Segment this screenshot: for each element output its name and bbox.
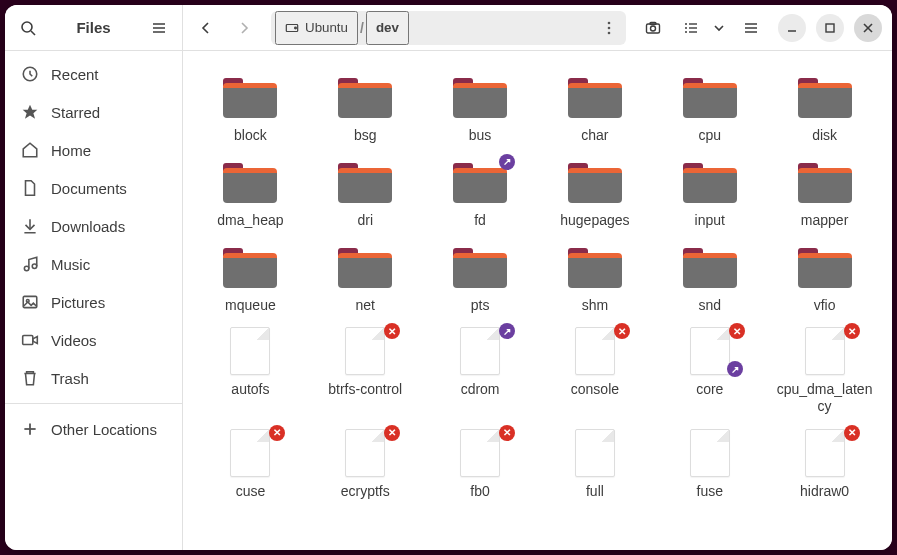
svg-rect-14 bbox=[689, 23, 697, 24]
folder-item[interactable]: dri bbox=[310, 154, 421, 233]
folder-item[interactable]: disk bbox=[769, 69, 880, 148]
file-item[interactable]: ✕ecryptfs bbox=[310, 425, 421, 504]
hamburger-menu-button[interactable] bbox=[734, 11, 768, 45]
folder-item[interactable]: pts bbox=[425, 239, 536, 318]
item-label: cpu bbox=[698, 127, 721, 144]
file-item[interactable]: full bbox=[540, 425, 651, 504]
item-label: vfio bbox=[814, 297, 836, 314]
folder-item[interactable]: net bbox=[310, 239, 421, 318]
item-label: core bbox=[696, 381, 723, 398]
sidebar-item-documents[interactable]: Documents bbox=[5, 169, 182, 207]
item-label: dma_heap bbox=[217, 212, 283, 229]
folder-item[interactable]: hugepages bbox=[540, 154, 651, 233]
folder-item[interactable]: mapper bbox=[769, 154, 880, 233]
file-item[interactable]: fuse bbox=[654, 425, 765, 504]
file-item[interactable]: autofs bbox=[195, 323, 306, 419]
sidebar-other-label: Other Locations bbox=[51, 421, 157, 438]
item-label: snd bbox=[698, 297, 721, 314]
trash-icon bbox=[21, 369, 39, 387]
item-label: block bbox=[234, 127, 267, 144]
item-label: mqueue bbox=[225, 297, 276, 314]
unreadable-emblem-icon: ✕ bbox=[384, 323, 400, 339]
sidebar-item-label: Music bbox=[51, 256, 90, 273]
file-icon bbox=[460, 327, 500, 375]
path-segment-root[interactable]: Ubuntu bbox=[275, 11, 358, 45]
svg-point-6 bbox=[295, 27, 297, 29]
folder-icon bbox=[338, 76, 392, 118]
folder-item[interactable]: block bbox=[195, 69, 306, 148]
item-label: hidraw0 bbox=[800, 483, 849, 500]
file-item[interactable]: ✕console bbox=[540, 323, 651, 419]
file-item[interactable]: ✕cpu_dma_latency bbox=[769, 323, 880, 419]
sidebar-item-recent[interactable]: Recent bbox=[5, 55, 182, 93]
folder-item[interactable]: shm bbox=[540, 239, 651, 318]
pathbar[interactable]: Ubuntu / dev bbox=[271, 11, 626, 45]
path-menu-button[interactable] bbox=[596, 11, 622, 45]
folder-icon bbox=[568, 161, 622, 203]
folder-icon bbox=[338, 161, 392, 203]
sidebar-other-locations[interactable]: Other Locations bbox=[5, 410, 182, 448]
svg-point-0 bbox=[22, 22, 32, 32]
sidebar-item-downloads[interactable]: Downloads bbox=[5, 207, 182, 245]
minimize-button[interactable] bbox=[778, 14, 806, 42]
folder-item[interactable]: vfio bbox=[769, 239, 880, 318]
chevron-down-icon bbox=[711, 20, 727, 36]
clock-icon bbox=[21, 65, 39, 83]
folder-item[interactable]: bus bbox=[425, 69, 536, 148]
item-label: cdrom bbox=[461, 381, 500, 398]
sidebar-item-starred[interactable]: Starred bbox=[5, 93, 182, 131]
content-area[interactable]: blockbsgbuscharcpudiskdma_heapdri↗fdhuge… bbox=[183, 51, 892, 550]
back-button[interactable] bbox=[189, 11, 223, 45]
item-label: input bbox=[695, 212, 725, 229]
folder-item[interactable]: dma_heap bbox=[195, 154, 306, 233]
file-item[interactable]: ✕btrfs-control bbox=[310, 323, 421, 419]
folder-item[interactable]: ↗fd bbox=[425, 154, 536, 233]
sidebar-menu-button[interactable] bbox=[142, 11, 176, 45]
path-separator: / bbox=[358, 20, 366, 36]
folder-item[interactable]: mqueue bbox=[195, 239, 306, 318]
folder-item[interactable]: cpu bbox=[654, 69, 765, 148]
symlink-emblem-icon: ↗ bbox=[499, 154, 515, 170]
file-item[interactable]: ↗cdrom bbox=[425, 323, 536, 419]
folder-item[interactable]: snd bbox=[654, 239, 765, 318]
folder-icon bbox=[453, 161, 507, 203]
folder-item[interactable]: char bbox=[540, 69, 651, 148]
headerbar-right: Ubuntu / dev bbox=[183, 11, 892, 45]
folder-icon bbox=[798, 246, 852, 288]
file-item[interactable]: ✕↗core bbox=[654, 323, 765, 419]
unreadable-emblem-icon: ✕ bbox=[844, 323, 860, 339]
folder-icon bbox=[683, 76, 737, 118]
folder-item[interactable]: bsg bbox=[310, 69, 421, 148]
file-item[interactable]: ✕fb0 bbox=[425, 425, 536, 504]
forward-button[interactable] bbox=[227, 11, 261, 45]
video-icon bbox=[21, 331, 39, 349]
folder-icon bbox=[683, 246, 737, 288]
sidebar-item-music[interactable]: Music bbox=[5, 245, 182, 283]
file-icon bbox=[805, 429, 845, 477]
folder-icon bbox=[683, 161, 737, 203]
close-button[interactable] bbox=[854, 14, 882, 42]
maximize-button[interactable] bbox=[816, 14, 844, 42]
app-title: Files bbox=[45, 19, 142, 36]
sidebar-item-videos[interactable]: Videos bbox=[5, 321, 182, 359]
sidebar-separator bbox=[5, 403, 182, 404]
item-label: btrfs-control bbox=[328, 381, 402, 398]
folder-icon bbox=[453, 76, 507, 118]
file-item[interactable]: ✕hidraw0 bbox=[769, 425, 880, 504]
sidebar-item-home[interactable]: Home bbox=[5, 131, 182, 169]
path-segment-current[interactable]: dev bbox=[366, 11, 409, 45]
search-button[interactable] bbox=[11, 11, 45, 45]
file-icon bbox=[345, 429, 385, 477]
view-list-button[interactable] bbox=[674, 11, 708, 45]
folder-icon bbox=[223, 161, 277, 203]
hamburger-icon bbox=[743, 20, 759, 36]
sidebar-item-trash[interactable]: Trash bbox=[5, 359, 182, 397]
file-icon bbox=[575, 429, 615, 477]
view-options-button[interactable] bbox=[708, 11, 730, 45]
sidebar-item-pictures[interactable]: Pictures bbox=[5, 283, 182, 321]
screenshot-button[interactable] bbox=[636, 11, 670, 45]
item-label: net bbox=[356, 297, 375, 314]
folder-item[interactable]: input bbox=[654, 154, 765, 233]
file-item[interactable]: ✕cuse bbox=[195, 425, 306, 504]
folder-icon bbox=[223, 246, 277, 288]
